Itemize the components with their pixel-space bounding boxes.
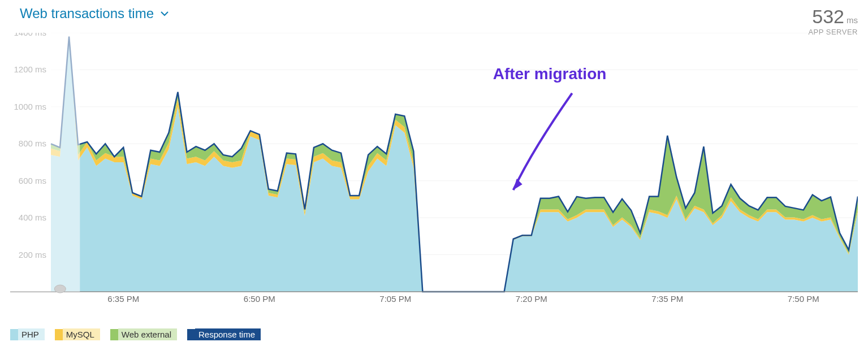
chart-title-dropdown[interactable]: Web transactions time (20, 6, 169, 21)
legend-swatch-mysql (55, 329, 63, 340)
svg-text:7:35 PM: 7:35 PM (651, 294, 683, 303)
svg-text:7:50 PM: 7:50 PM (788, 294, 819, 303)
svg-text:7:05 PM: 7:05 PM (379, 294, 411, 303)
legend-swatch-resp (187, 329, 195, 340)
legend-item-response-time[interactable]: Response time (187, 328, 261, 340)
legend-label: Web external (118, 328, 177, 340)
svg-text:6:35 PM: 6:35 PM (107, 294, 139, 303)
legend-swatch-php (10, 329, 18, 340)
legend-item-php[interactable]: PHP (10, 328, 45, 340)
legend-label: PHP (18, 328, 45, 340)
legend-label: Response time (195, 328, 261, 340)
stat-value: 532 (812, 6, 844, 28)
chart-legend: PHP MySQL Web external Response time (10, 328, 261, 340)
annotation-text: After migration (493, 65, 607, 83)
legend-item-mysql[interactable]: MySQL (55, 328, 100, 340)
svg-rect-15 (10, 33, 80, 292)
svg-text:7:20 PM: 7:20 PM (516, 294, 547, 303)
chart-title: Web transactions time (20, 6, 154, 21)
selection-handle[interactable] (54, 285, 66, 293)
chevron-down-icon (161, 8, 169, 19)
app-server-stat: 532ms APP SERVER (808, 6, 858, 36)
legend-item-webext[interactable]: Web external (110, 328, 177, 340)
stat-unit: ms (847, 15, 858, 25)
legend-label: MySQL (63, 328, 100, 340)
legend-swatch-webext (110, 329, 118, 340)
svg-text:6:50 PM: 6:50 PM (244, 294, 275, 303)
transactions-chart[interactable]: 200 ms400 ms600 ms800 ms1000 ms1200 ms14… (10, 33, 858, 303)
